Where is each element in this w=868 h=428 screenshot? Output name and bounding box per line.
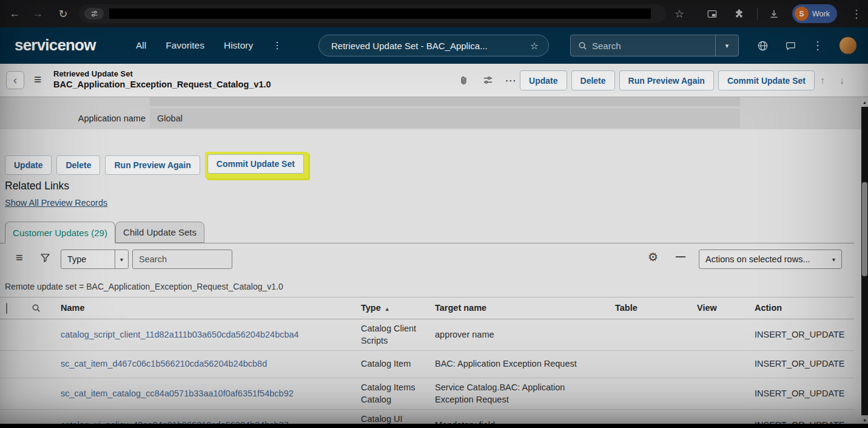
application-name-label: Application name [0, 109, 146, 128]
nav-all[interactable]: All [136, 40, 146, 51]
update-button[interactable]: Update [520, 70, 567, 90]
partially-visible-field [150, 97, 740, 106]
global-search[interactable]: Search ▾ [570, 35, 739, 56]
update-button-form[interactable]: Update [5, 155, 52, 175]
extensions-puzzle-icon[interactable] [729, 0, 749, 27]
address-bar[interactable] [79, 4, 666, 23]
delete-button-form[interactable]: Delete [56, 155, 100, 175]
tab-customer-updates[interactable]: Customer Updates (29) [5, 222, 115, 243]
vertical-scrollbar[interactable]: ▲ ▼ [861, 97, 868, 428]
show-all-preview-records-link[interactable]: Show All Preview Records [5, 198, 107, 208]
header-kebab-icon[interactable]: ⋮ [807, 27, 828, 64]
customer-updates-list: ≡ Type ▾ ⚙ — Actions on selected rows...… [0, 243, 854, 424]
actions-caret-icon: ▾ [832, 256, 841, 263]
servicenow-header: servicenow All Favorites History ⋮ Retri… [0, 27, 868, 64]
column-header-table[interactable]: Table [608, 302, 690, 314]
cell-target: Service Catalog.BAC: Application Excepti… [428, 382, 608, 406]
record-link[interactable]: sc_cat_item_catalog_cc84a0571b33aa10f0af… [61, 389, 294, 398]
table-body: catalog_script_client_11d82a111b03a650cd… [0, 319, 854, 424]
screen: ← → ↻ ☆ [0, 0, 868, 428]
column-header-type[interactable]: Type▲ [354, 302, 428, 314]
form-header: ‹ ≡ Retrieved Update Set BAC_Application… [0, 64, 868, 97]
form-title-type: Retrieved Update Set [53, 69, 271, 79]
table-row: catalog_ui_policy_43aa84a01b966210cda562… [0, 410, 854, 424]
run-preview-again-button-form[interactable]: Run Preview Again [105, 155, 200, 175]
column-header-type-label: Type [361, 303, 381, 313]
column-header-view[interactable]: View [690, 302, 747, 314]
nav-favorites[interactable]: Favorites [166, 40, 204, 51]
related-links-heading: Related Links [5, 180, 69, 192]
browser-menu-kebab-icon[interactable]: ⋮ [847, 0, 866, 27]
servicenow-logo[interactable]: servicenow [15, 36, 96, 55]
run-preview-again-button[interactable]: Run Preview Again [619, 70, 714, 90]
search-icon [578, 41, 587, 50]
search-scope-caret-icon[interactable]: ▾ [715, 35, 738, 56]
filter-funnel-icon[interactable] [40, 253, 50, 265]
column-header-action[interactable]: Action [747, 302, 854, 314]
search-column-value: Type [61, 254, 115, 264]
list-filter-breadcrumb[interactable]: Remote update set = BAC_Application_Exce… [5, 282, 283, 291]
next-record-icon[interactable]: ↓ [839, 75, 844, 86]
downloads-icon[interactable] [764, 0, 784, 27]
actions-on-rows-select[interactable]: Actions on selected rows... ▾ [699, 250, 842, 269]
commit-update-set-button-form[interactable]: Commit Update Set [207, 154, 304, 174]
globe-icon[interactable] [752, 27, 773, 64]
list-gear-icon[interactable]: ⚙ [648, 250, 658, 264]
attachment-paperclip-icon[interactable] [454, 64, 473, 97]
table-header-row: Name Type▲ Target name Table View Action [0, 297, 854, 319]
context-pill[interactable]: Retrieved Update Set - BAC_Applica... ☆ [318, 35, 549, 56]
select-all-checkbox[interactable] [6, 303, 7, 314]
more-actions-icon[interactable]: ⋯ [501, 64, 520, 97]
browser-back-icon[interactable]: ← [5, 0, 24, 27]
cell-action: INSERT_OR_UPDATE [747, 358, 854, 370]
nav-history[interactable]: History [224, 40, 253, 51]
search-column-select[interactable]: Type ▾ [61, 250, 129, 269]
column-header-name[interactable]: Name [53, 302, 354, 314]
chat-icon[interactable] [780, 27, 801, 64]
column-header-target-name[interactable]: Target name [428, 302, 608, 314]
favorite-star-icon[interactable]: ☆ [530, 40, 539, 52]
table-row: sc_cat_item_catalog_cc84a0571b33aa10f0af… [0, 378, 854, 410]
record-link[interactable]: catalog_script_client_11d82a111b03a650cd… [61, 330, 299, 339]
cell-target: BAC: Application Exception Request [428, 358, 608, 370]
table-row: catalog_script_client_11d82a111b03a650cd… [0, 319, 854, 351]
form-buttons-row: Update Delete Run Preview Again Commit U… [5, 152, 308, 178]
cell-type: Catalog Client Scripts [354, 323, 428, 347]
previous-record-icon[interactable]: ↑ [820, 75, 825, 86]
form-context-menu-icon[interactable]: ≡ [34, 72, 41, 87]
back-button[interactable]: ‹ [6, 71, 24, 89]
global-search-placeholder: Search [592, 41, 621, 51]
browser-forward-icon[interactable]: → [28, 0, 47, 27]
profile-label: Work [812, 10, 830, 18]
redacted-url [109, 8, 651, 19]
form-fields-section: Application name Global [0, 97, 861, 129]
commit-update-set-button[interactable]: Commit Update Set [718, 70, 815, 90]
bottom-black-strip [0, 424, 868, 428]
form-title-record: BAC_Application_Exception_Request_Catalo… [53, 79, 271, 90]
delete-button[interactable]: Delete [571, 70, 615, 90]
personalize-sliders-icon[interactable] [478, 64, 497, 97]
application-name-field[interactable]: Global [150, 109, 740, 128]
browser-reload-icon[interactable]: ↻ [53, 0, 73, 27]
cell-type: Catalog UI Policy [354, 413, 428, 424]
omnibox-tune-icon[interactable] [84, 8, 104, 19]
list-search-input[interactable] [132, 250, 232, 269]
list-menu-icon[interactable]: ≡ [16, 251, 23, 265]
tab-child-update-sets[interactable]: Child Update Sets [115, 222, 204, 243]
record-link[interactable]: sc_cat_item_d467c06c1b566210cda56204b24b… [61, 359, 267, 369]
user-avatar[interactable] [839, 37, 856, 54]
record-nav-arrows: ↑ ↓ [820, 64, 844, 97]
cell-target: approver name [428, 329, 608, 341]
scrollbar-thumb[interactable] [862, 182, 867, 276]
cell-action: INSERT_OR_UPDATE [747, 388, 854, 400]
yellow-highlight-annotation: Commit Update Set [205, 152, 308, 178]
scrollbar-up-icon[interactable]: ▲ [861, 97, 868, 107]
nav-kebab-icon[interactable]: ⋮ [272, 40, 282, 51]
bookmark-star-icon[interactable]: ☆ [670, 0, 689, 27]
column-search-icon[interactable] [18, 304, 53, 313]
browser-profile-chip[interactable]: S Work [792, 4, 837, 23]
collapse-minus-icon[interactable]: — [676, 251, 685, 262]
picture-in-picture-icon[interactable] [702, 0, 722, 27]
cell-type: Catalog Items Catalog [354, 382, 428, 406]
form-content: Application name Global Update Delete Ru… [0, 97, 861, 424]
